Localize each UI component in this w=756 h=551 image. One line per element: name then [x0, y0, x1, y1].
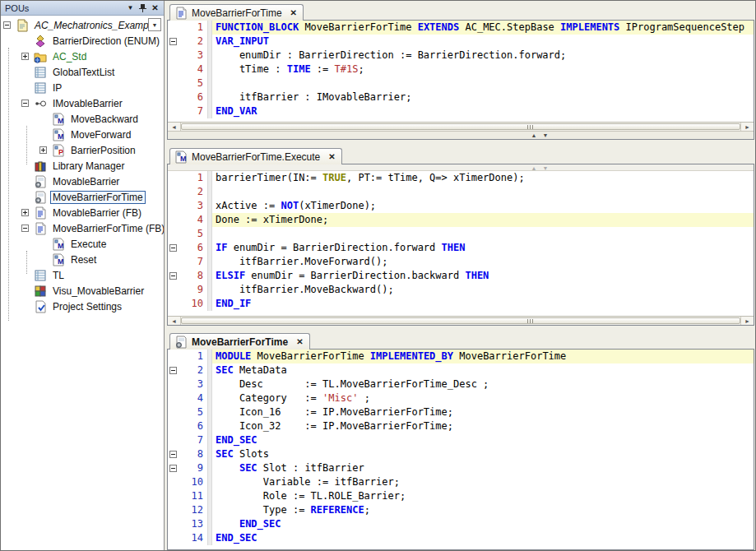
tree-item-barrierdirection-enum-[interactable]: BarrierDirection (ENUM) [1, 33, 164, 49]
tree-item-ac-std[interactable]: AC_Std [1, 49, 164, 64]
close-icon[interactable]: ✕ [290, 8, 297, 17]
code-text[interactable]: ELSIF enumDir = BarrierDirection.backwar… [212, 269, 754, 283]
code-text[interactable]: enumDir : BarrierDirection := BarrierDir… [212, 49, 754, 63]
line-number: 12 [180, 503, 207, 517]
code-text[interactable]: Variable := itfBarrier; [212, 475, 754, 489]
code-text[interactable]: END_SEC [212, 531, 754, 545]
visu-icon [34, 285, 47, 298]
tree-item-ip[interactable]: IP [1, 80, 164, 95]
code-editor[interactable]: 1barrierTimer(IN:= TRUE, PT:= tTime, Q=>… [168, 171, 754, 316]
collapse-icon[interactable] [21, 100, 29, 107]
tree-item-visu-movablebarrier[interactable]: Visu_MovableBarrier [1, 283, 164, 299]
tree-item-execute[interactable]: MExecute [1, 236, 164, 252]
split-down-button[interactable]: ▼ [542, 132, 548, 139]
tree-item-library-manager[interactable]: Library Manager [1, 158, 164, 174]
fold-margin [168, 363, 180, 377]
scroll-left-button[interactable]: ◄ [168, 123, 181, 131]
expand-icon[interactable] [21, 209, 29, 216]
code-editor[interactable]: 1MODULE MoveBarrierForTime IMPLEMENTED_B… [168, 350, 754, 549]
code-text[interactable]: itfBarrier : IMovableBarrier; [212, 90, 754, 104]
line-number: 10 [180, 475, 207, 489]
code-text[interactable]: Icon_16 := IP.MoveBarrierForTime; [212, 405, 754, 419]
expand-icon[interactable] [21, 53, 29, 60]
code-text[interactable]: IF enumDir = BarrierDirection.forward TH… [212, 241, 754, 255]
tab-movebarrierfortime[interactable]: MoveBarrierForTime ✕ [169, 4, 304, 21]
line-number: 7 [180, 255, 207, 269]
tree-item-moveforward[interactable]: MMoveForward [1, 127, 164, 142]
code-text[interactable]: END_SEC [212, 433, 754, 447]
tree-item-imovablebarrier[interactable]: IMovableBarrier [1, 95, 164, 111]
fold-margin [168, 475, 180, 489]
code-text[interactable]: Desc := TL.MoveBarrierForTime_Desc ; [212, 377, 754, 391]
tree-item-movablebarrier[interactable]: MovableBarrier [1, 174, 164, 189]
tree-item-globaltextlist[interactable]: GlobalTextList [1, 64, 164, 80]
code-text[interactable]: END_VAR [212, 104, 754, 118]
fold-toggle-icon[interactable] [169, 367, 177, 374]
line-number: 11 [180, 489, 207, 503]
fold-toggle-icon[interactable] [169, 451, 177, 458]
code-text[interactable]: itfBarrier.MoveBackward(); [212, 283, 754, 297]
fold-toggle-icon[interactable] [169, 38, 177, 45]
code-text[interactable]: VAR_INPUT [212, 35, 754, 49]
code-text[interactable]: xActive := NOT(xTimerDone); [212, 199, 754, 213]
code-editor[interactable]: 1FUNCTION_BLOCK MoveBarrierForTime EXTEN… [168, 21, 754, 122]
tab-movebarrierfortime-execute[interactable]: M MoveBarrierForTime.Execute ✕ [169, 148, 342, 164]
fold-toggle-icon[interactable] [169, 272, 177, 280]
code-text[interactable]: SEC MetaData [212, 363, 754, 377]
code-text[interactable]: END_SEC [212, 517, 754, 531]
scroll-right-button[interactable]: ► [740, 123, 754, 131]
code-line: 6IF enumDir = BarrierDirection.forward T… [168, 241, 754, 255]
code-text[interactable]: SEC Slots [212, 447, 754, 461]
code-text[interactable] [212, 76, 754, 90]
split-down-button[interactable]: ▼ [542, 164, 548, 172]
code-text[interactable]: SEC Slot : itfBarrier [212, 461, 754, 475]
code-text[interactable]: Category := 'Misc' ; [212, 391, 754, 405]
code-text[interactable]: MODULE MoveBarrierForTime IMPLEMENTED_BY… [212, 350, 754, 363]
close-icon[interactable]: ✕ [296, 337, 303, 346]
code-text[interactable]: tTime : TIME := T#1S; [212, 63, 754, 76]
code-text[interactable]: Type := REFERENCE; [212, 503, 754, 517]
tree-item-movebackward[interactable]: MMoveBackward [1, 111, 164, 127]
code-text[interactable] [212, 185, 754, 199]
code-line: 4 tTime : TIME := T#1S; [168, 63, 754, 76]
scroll-thumb[interactable] [181, 317, 740, 324]
tree-item-movebarrierfortime-fb-[interactable]: MoveBarrierForTime (FB) [1, 220, 164, 236]
textlist-icon [34, 81, 47, 95]
tree-item-movebarrierfortime[interactable]: MoveBarrierForTime [1, 189, 164, 205]
collapse-icon[interactable] [3, 21, 11, 29]
code-text[interactable]: Role := TL.ROLE_Barrier; [212, 489, 754, 503]
code-text[interactable]: Done := xTimerDone; [212, 213, 754, 227]
close-icon[interactable]: ✕ [328, 152, 335, 161]
tree-item-ac-mechatronics-example[interactable]: AC_Mechatronics_Example▼ [1, 17, 164, 33]
tree-item-movablebarrier-fb-[interactable]: MovableBarrier (FB) [1, 205, 164, 220]
tree-item-project-settings[interactable]: Project Settings [1, 299, 164, 314]
code-text[interactable]: FUNCTION_BLOCK MoveBarrierForTime EXTEND… [212, 21, 754, 35]
fold-toggle-icon[interactable] [169, 244, 177, 252]
pin-icon[interactable] [137, 2, 149, 14]
code-text[interactable]: itfBarrier.MoveForward(); [212, 255, 754, 269]
code-text[interactable] [212, 227, 754, 241]
scroll-left-button[interactable]: ◄ [168, 317, 181, 325]
tree-item-tl[interactable]: TL [1, 267, 164, 283]
scroll-thumb[interactable] [181, 123, 740, 130]
device-combo-button[interactable]: ▼ [148, 18, 161, 31]
tab-movebarrierfortime-module[interactable]: MoveBarrierForTime ✕ [169, 333, 310, 350]
line-number: 14 [180, 531, 207, 545]
h-scrollbar[interactable]: ◄ ► [168, 316, 754, 325]
close-icon[interactable]: ✕ [149, 2, 161, 14]
expand-icon[interactable] [39, 146, 47, 154]
split-up-button[interactable]: ▲ [531, 132, 536, 139]
code-text[interactable]: Icon_32 := IP.MoveBarrierForTime; [212, 419, 754, 433]
collapse-icon[interactable] [21, 225, 29, 232]
line-number: 4 [180, 63, 207, 76]
tree-item-barrierposition[interactable]: PBarrierPosition [1, 142, 164, 158]
h-scrollbar[interactable]: ◄ ► [168, 122, 754, 131]
code-text[interactable]: END_IF [212, 297, 754, 311]
code-text[interactable]: barrierTimer(IN:= TRUE, PT:= tTime, Q=> … [212, 171, 754, 185]
fold-toggle-icon[interactable] [169, 465, 177, 472]
split-up-button[interactable]: ▲ [531, 164, 536, 172]
chevron-down-icon[interactable]: ▼ [124, 2, 137, 14]
fold-margin [168, 241, 180, 255]
tree-item-reset[interactable]: MReset [1, 252, 164, 267]
scroll-right-button[interactable]: ► [740, 317, 754, 325]
